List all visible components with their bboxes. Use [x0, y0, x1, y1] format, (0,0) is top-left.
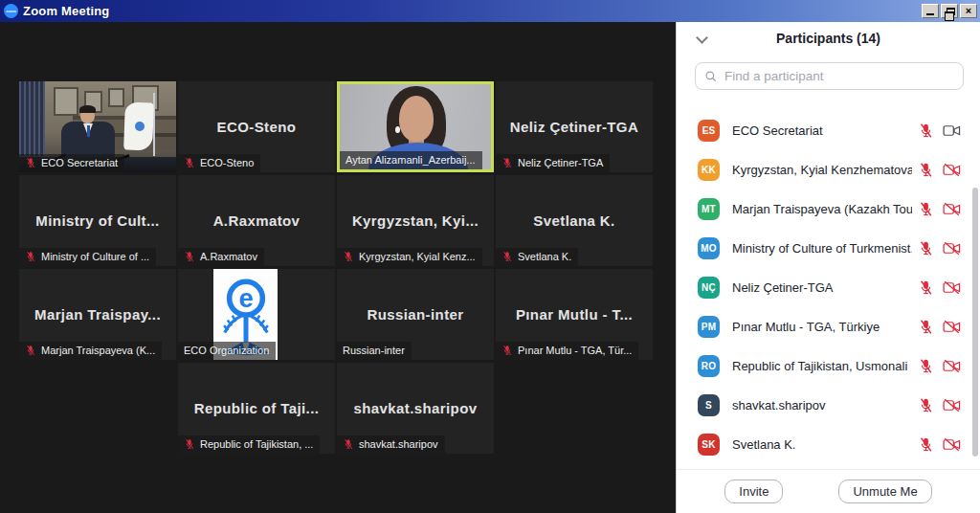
video-tile[interactable]: Marjan Traispay... Marjan Traispayeva (K…	[19, 269, 176, 360]
video-grid-row: ECO SecretariatECO-Steno ECO-Steno Aytan…	[19, 81, 653, 172]
mic-muted-icon	[25, 157, 36, 168]
minimize-icon	[926, 13, 934, 15]
camera-on-icon	[943, 123, 961, 138]
participant-row[interactable]: SKSvetlana K.	[677, 425, 972, 464]
participant-row[interactable]: KKKyrgyzstan, Kyial Kenzhematova, ...	[677, 150, 972, 190]
video-tile[interactable]: ECO-Steno ECO-Steno	[178, 81, 335, 172]
person-tie	[87, 125, 90, 137]
close-icon: ×	[966, 6, 971, 16]
title-bar: zoom Zoom Meeting ×	[0, 0, 980, 22]
avatar: RO	[698, 355, 720, 377]
scrollbar-thumb[interactable]	[972, 188, 978, 457]
mic-muted-icon	[918, 279, 934, 296]
earbud	[395, 126, 400, 133]
video-tile[interactable]: Neliz Çetiner-TGA Neliz Çetiner-TGA	[496, 81, 653, 172]
participant-name: ECO Secretariat	[732, 123, 912, 138]
tile-nameplate-text: Ministry of Culture of ...	[41, 251, 149, 262]
tile-nameplate: ECO Secretariat	[19, 154, 124, 172]
participant-status-icons	[918, 436, 961, 453]
invite-button[interactable]: Invite	[724, 480, 783, 503]
video-tile[interactable]: Svetlana K. Svetlana K.	[496, 175, 653, 266]
participant-row[interactable]: MTMarjan Traispayeva (Kazakh Tour...	[677, 190, 972, 229]
participant-name: Svetlana K.	[732, 437, 912, 452]
participants-panel: Participants (14) ESECO Secretariat KKKy…	[676, 22, 980, 513]
svg-text:e: e	[238, 282, 253, 312]
avatar: SK	[698, 434, 720, 456]
chevron-down-icon[interactable]	[696, 32, 709, 43]
participant-status-icons	[918, 201, 961, 217]
tile-nameplate: ECO-Steno	[178, 154, 260, 172]
video-tile-active-speaker[interactable]: Aytan Alizamanli_Azerbaij...	[337, 81, 494, 172]
tile-nameplate-text: ECO Secretariat	[41, 157, 118, 168]
search-input[interactable]	[724, 69, 954, 83]
participant-name: Pınar Mutlu - TGA, Türkiye	[732, 320, 912, 334]
mic-muted-icon	[918, 240, 934, 256]
participant-name: Ministry of Culture of Turkmenist...	[732, 241, 912, 256]
avatar: PM	[698, 316, 720, 338]
tile-nameplate-text: ECO-Steno	[200, 157, 254, 168]
participant-row[interactable]: PMPınar Mutlu - TGA, Türkiye	[677, 307, 972, 346]
participant-list: ESECO Secretariat KKKyrgyzstan, Kyial Ke…	[677, 111, 972, 464]
tile-nameplate: Ministry of Culture of ...	[19, 248, 156, 266]
tile-nameplate: ECO Organization	[178, 342, 276, 360]
video-tile[interactable]: Republic of Taji... Republic of Tajikist…	[178, 363, 335, 454]
participant-status-icons	[918, 162, 961, 178]
mic-muted-icon	[501, 251, 513, 262]
avatar: MT	[698, 198, 720, 220]
unmute-me-button[interactable]: Unmute Me	[838, 480, 931, 503]
tile-nameplate: Aytan Alizamanli_Azerbaij...	[340, 151, 482, 169]
minimize-button[interactable]	[922, 4, 939, 18]
picture-frame	[54, 87, 78, 116]
video-tile[interactable]: Kyrgyzstan, Kyi... Kyrgyzstan, Kyial Ken…	[337, 175, 494, 266]
participant-row[interactable]: Sshavkat.sharipov	[677, 386, 972, 425]
tile-nameplate-text: Republic of Tajikistan, ...	[200, 438, 313, 450]
tile-nameplate-text: Marjan Traispayeva (K...	[41, 345, 155, 356]
video-tile[interactable]: e ECO Organization	[178, 269, 335, 360]
video-tile[interactable]: ECO Secretariat	[19, 81, 176, 172]
tile-nameplate: Marjan Traispayeva (K...	[19, 342, 162, 360]
video-tile[interactable]: Russian-interRussian-inter	[337, 269, 494, 360]
tile-nameplate: Pınar Mutlu - TGA, Tür...	[496, 342, 638, 360]
video-area: ECO SecretariatECO-Steno ECO-Steno Aytan…	[0, 22, 676, 513]
camera-off-icon	[943, 359, 961, 373]
person-face	[399, 96, 434, 142]
video-tile[interactable]: A.Raxmatov A.Raxmatov	[178, 175, 335, 266]
participant-row[interactable]: RORepublic of Tajikistan, Usmonali ...	[677, 346, 972, 386]
video-grid-row: Ministry of Cult... Ministry of Culture …	[19, 175, 653, 266]
mic-muted-icon	[918, 201, 934, 217]
camera-off-icon	[943, 398, 961, 413]
mic-muted-icon	[25, 345, 36, 356]
avatar: KK	[698, 159, 720, 181]
video-tile[interactable]: Ministry of Cult... Ministry of Culture …	[19, 175, 176, 266]
restore-button[interactable]	[941, 4, 958, 18]
participant-row[interactable]: ESECO Secretariat	[677, 111, 972, 150]
mic-muted-icon	[918, 358, 934, 374]
participant-status-icons	[918, 123, 961, 139]
video-tile[interactable]: shavkat.sharipov shavkat.sharipov	[337, 363, 494, 454]
tile-nameplate: Kyrgyzstan, Kyial Kenz...	[337, 248, 482, 266]
participant-name: shavkat.sharipov	[732, 398, 912, 413]
participant-status-icons	[918, 358, 961, 374]
video-tile[interactable]: Pınar Mutlu - T... Pınar Mutlu - TGA, Tü…	[496, 269, 653, 360]
tile-nameplate: Russian-inter	[337, 342, 412, 360]
video-grid-row: Marjan Traispay... Marjan Traispayeva (K…	[19, 269, 653, 360]
tile-nameplate-text: Russian-inter	[343, 345, 405, 356]
participant-search[interactable]	[695, 62, 964, 90]
mic-muted-icon	[918, 319, 934, 335]
mic-muted-icon	[918, 162, 934, 178]
tile-nameplate: Republic of Tajikistan, ...	[178, 435, 320, 454]
camera-off-icon	[943, 437, 961, 452]
camera-off-icon	[943, 202, 961, 216]
camera-off-icon	[943, 163, 961, 177]
close-button[interactable]: ×	[960, 4, 977, 18]
tile-nameplate: Neliz Çetiner-TGA	[496, 154, 610, 172]
mic-muted-icon	[343, 251, 354, 262]
tile-nameplate: Svetlana K.	[496, 248, 578, 266]
camera-off-icon	[943, 280, 961, 295]
tile-nameplate-text: Pınar Mutlu - TGA, Tür...	[518, 345, 632, 356]
participant-status-icons	[918, 397, 961, 413]
mic-muted-icon	[918, 397, 934, 413]
participant-name: Marjan Traispayeva (Kazakh Tour...	[732, 202, 912, 216]
participant-row[interactable]: NÇNeliz Çetiner-TGA	[677, 268, 972, 307]
participant-row[interactable]: MOMinistry of Culture of Turkmenist...	[677, 229, 972, 268]
